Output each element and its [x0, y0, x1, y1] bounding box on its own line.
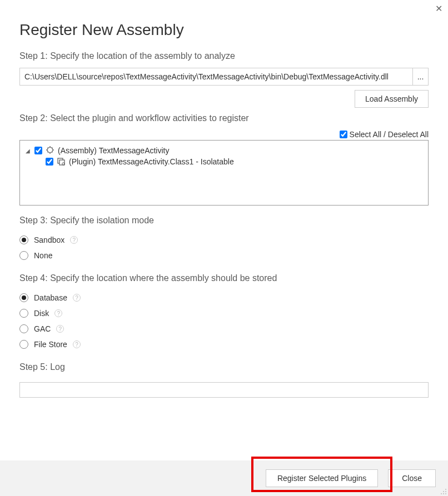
- select-all-label: Select All / Deselect All: [350, 130, 429, 139]
- tree-collapse-icon[interactable]: ◢: [26, 148, 31, 154]
- close-button[interactable]: Close: [388, 469, 436, 487]
- assembly-path-row: ...: [19, 68, 429, 86]
- radio-database[interactable]: [19, 293, 28, 302]
- radio-label: File Store: [34, 340, 67, 349]
- storage-option-gac[interactable]: GAC ?: [19, 321, 429, 337]
- help-icon[interactable]: ?: [70, 236, 78, 244]
- help-icon[interactable]: ?: [56, 325, 64, 333]
- resize-grip-icon[interactable]: [440, 488, 447, 495]
- storage-option-database[interactable]: Database ?: [19, 290, 429, 305]
- step4-label: Step 4: Specify the location where the a…: [19, 273, 429, 283]
- storage-radio-group: Database ? Disk ? GAC ? File Store ?: [19, 290, 429, 352]
- radio-label: Database: [34, 293, 67, 302]
- radio-label: Disk: [34, 309, 49, 318]
- assembly-icon: [46, 146, 54, 155]
- radio-gac[interactable]: [19, 324, 28, 333]
- isolation-radio-group: Sandbox ? None: [19, 232, 429, 263]
- svg-point-4: [443, 491, 444, 492]
- svg-point-6: [441, 493, 442, 494]
- assembly-checkbox[interactable]: [34, 147, 42, 154]
- step1-label: Step 1: Specify the location of the asse…: [19, 51, 429, 61]
- radio-label: None: [34, 251, 52, 260]
- browse-button[interactable]: ...: [413, 68, 429, 86]
- register-selected-plugins-button[interactable]: Register Selected Plugins: [266, 469, 378, 487]
- help-icon[interactable]: ?: [73, 340, 81, 348]
- load-row: Load Assembly: [19, 90, 429, 108]
- assembly-path-input[interactable]: [19, 68, 413, 86]
- plugin-tree: ◢ (Assembly) TextMessageActivity (Plugin…: [19, 140, 429, 206]
- step5-label: Step 5: Log: [19, 362, 429, 372]
- help-icon[interactable]: ?: [73, 294, 81, 302]
- select-all-row: Select All / Deselect All: [19, 130, 429, 139]
- log-output[interactable]: [19, 382, 429, 398]
- svg-point-8: [445, 493, 446, 494]
- help-icon[interactable]: ?: [54, 309, 62, 317]
- radio-none[interactable]: [19, 251, 28, 260]
- isolation-option-sandbox[interactable]: Sandbox ?: [19, 232, 429, 248]
- radio-label: GAC: [34, 324, 51, 333]
- storage-option-disk[interactable]: Disk ?: [19, 305, 429, 321]
- svg-point-7: [443, 493, 444, 494]
- svg-point-3: [445, 489, 446, 490]
- dialog-body: Register New Assembly Step 1: Specify th…: [0, 0, 448, 398]
- plugin-label: (Plugin) TextMessageActivity.Class1 - Is…: [69, 157, 234, 166]
- page-title: Register New Assembly: [19, 21, 429, 39]
- radio-filestore[interactable]: [19, 340, 28, 349]
- plugin-checkbox[interactable]: [46, 158, 53, 166]
- tree-row-plugin[interactable]: (Plugin) TextMessageActivity.Class1 - Is…: [26, 156, 422, 167]
- dialog-footer: Register Selected Plugins Close: [0, 460, 448, 496]
- radio-disk[interactable]: [19, 309, 28, 318]
- close-icon[interactable]: ✕: [435, 3, 442, 14]
- step3-label: Step 3: Specify the isolation mode: [19, 216, 429, 226]
- tree-row-assembly[interactable]: ◢ (Assembly) TextMessageActivity: [26, 145, 422, 156]
- isolation-option-none[interactable]: None: [19, 248, 429, 263]
- storage-option-filestore[interactable]: File Store ?: [19, 337, 429, 352]
- plugin-icon: [57, 157, 66, 166]
- load-assembly-button[interactable]: Load Assembly: [355, 90, 429, 108]
- assembly-label: (Assembly) TextMessageActivity: [58, 146, 169, 155]
- step2-label: Step 2: Select the plugin and workflow a…: [19, 113, 429, 123]
- svg-point-5: [445, 491, 446, 492]
- radio-label: Sandbox: [34, 236, 64, 244]
- radio-sandbox[interactable]: [19, 236, 28, 244]
- select-all-checkbox[interactable]: [340, 131, 347, 138]
